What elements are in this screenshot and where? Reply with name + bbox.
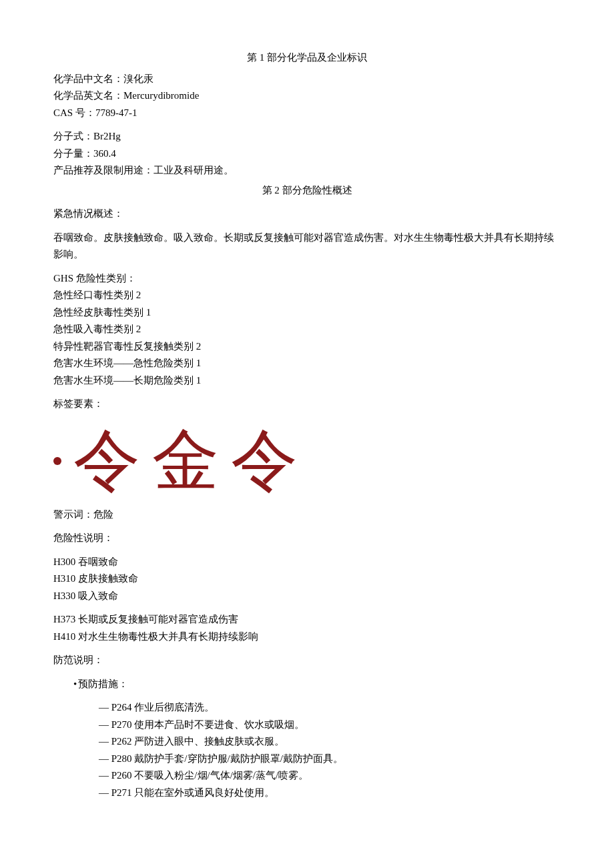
formula-value: Br2Hg — [93, 131, 121, 141]
hazard-statement: H410 对水生生物毒性极大并具有长期持续影响 — [53, 628, 561, 646]
dot-icon — [53, 457, 61, 465]
label-elements-label: 标签要素： — [53, 396, 561, 413]
hazard-statement: H310 皮肤接触致命 — [53, 570, 561, 588]
prevention-item: P264 作业后彻底清洗。 — [53, 699, 561, 717]
hazard-statement: H300 吞咽致命 — [53, 554, 561, 571]
signal-label: 警示词： — [53, 509, 93, 520]
section-1-title: 第 1 部分化学品及企业标识 — [53, 49, 561, 67]
hazard-statements-label: 危险性说明： — [53, 530, 561, 547]
precaution-label: 防范说明： — [53, 652, 561, 669]
pictogram-icon: 令 — [73, 428, 140, 494]
prevention-item: P271 只能在室外或通风良好处使用。 — [53, 785, 561, 802]
formula-label: 分子式： — [53, 131, 93, 141]
emergency-label: 紧急情况概述： — [53, 205, 561, 223]
use-label: 产品推荐及限制用途： — [53, 165, 154, 175]
en-name-label: 化学品英文名： — [53, 90, 123, 101]
ghs-item: 危害水生环境——长期危险类别 1 — [53, 372, 561, 390]
cn-name-label: 化学品中文名： — [53, 73, 123, 84]
cn-name-value: 溴化汞 — [123, 73, 154, 84]
hazard-statement: H330 吸入致命 — [53, 588, 561, 605]
ghs-item: 急性吸入毒性类别 2 — [53, 321, 561, 338]
prevention-item: P260 不要吸入粉尘/烟/气体/烟雾/蒸气/喷雾。 — [53, 767, 561, 785]
ghs-label: GHS 危险性类别： — [53, 270, 561, 288]
prevention-item: P280 戴防护手套/穿防护服/戴防护眼罩/戴防护面具。 — [53, 751, 561, 768]
field-use: 产品推荐及限制用途：工业及科研用途。 — [53, 162, 561, 179]
pictogram-icon: 金 — [152, 428, 219, 494]
field-mw: 分子量：360.4 — [53, 145, 561, 163]
field-cn-name: 化学品中文名：溴化汞 — [53, 71, 561, 88]
cas-value: 7789-47-1 — [95, 107, 137, 118]
use-value: 工业及科研用途。 — [154, 165, 234, 175]
mw-label: 分子量： — [53, 148, 93, 159]
ghs-item: 急性经皮肤毒性类别 1 — [53, 304, 561, 322]
ghs-item: 急性经口毒性类别 2 — [53, 287, 561, 304]
mw-value: 360.4 — [93, 148, 116, 159]
ghs-item: 特异性靶器官毒性反复接触类别 2 — [53, 338, 561, 356]
pictogram-icon: 令 — [231, 428, 298, 494]
hazard-statement: H373 长期或反复接触可能对器官造成伤害 — [53, 611, 561, 628]
field-signal-word: 警示词：危险 — [53, 506, 561, 524]
prevention-label: 预防措施： — [53, 676, 561, 693]
prevention-item: P270 使用本产品时不要进食、饮水或吸烟。 — [53, 717, 561, 734]
field-en-name: 化学品英文名：Mercurydibromide — [53, 87, 561, 105]
field-formula: 分子式：Br2Hg — [53, 128, 561, 145]
en-name-value: Mercurydibromide — [123, 90, 199, 101]
section-2-title: 第 2 部分危险性概述 — [53, 182, 561, 199]
pictogram-row: 令 金 令 — [53, 428, 561, 494]
cas-label: CAS 号： — [53, 107, 95, 118]
emergency-text: 吞咽致命。皮肤接触致命。吸入致命。长期或反复接触可能对器官造成伤害。对水生生物毒… — [53, 230, 561, 264]
signal-value: 危险 — [93, 509, 113, 520]
field-cas: CAS 号：7789-47-1 — [53, 105, 561, 122]
prevention-item: P262 严防进入眼中、接触皮肤或衣服。 — [53, 733, 561, 751]
ghs-item: 危害水生环境——急性危险类别 1 — [53, 355, 561, 372]
